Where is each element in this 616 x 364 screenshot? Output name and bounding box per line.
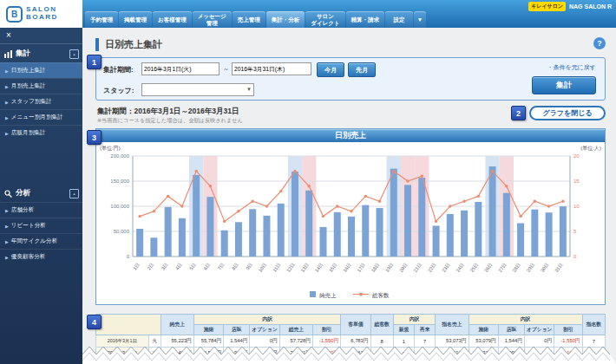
svg-text:27日: 27日 bbox=[497, 262, 508, 274]
table-cell: 53,079円 bbox=[469, 335, 498, 348]
sidebar-item-label: 優良顧客分析 bbox=[11, 253, 46, 261]
annotation-badge-1: 1 bbox=[87, 55, 102, 69]
logo-line2: BOARD bbox=[26, 14, 58, 22]
table-cell: 9 bbox=[370, 348, 393, 360]
close-graph-button[interactable]: グラフを閉じる bbox=[529, 106, 606, 120]
help-icon[interactable]: ? bbox=[593, 37, 606, 49]
nav-tab-3[interactable]: お客様管理 bbox=[153, 11, 192, 28]
svg-text:(単位:円): (単位:円) bbox=[100, 145, 121, 151]
svg-text:13日: 13日 bbox=[299, 262, 310, 274]
sidebar-item[interactable]: ▶日別売上集計 bbox=[0, 62, 82, 78]
arrow-right-icon: ▶ bbox=[5, 131, 9, 136]
section-title: 分析 bbox=[16, 188, 30, 198]
table-cell: 0円 bbox=[250, 335, 279, 348]
app-logo[interactable]: B SALON BOARD bbox=[0, 0, 82, 28]
nav-tabs: 予約管理掲載管理お客様管理メッセージ 管理売上管理集計・分析サロン ダイレクト精… bbox=[85, 11, 426, 28]
nav-tab-4[interactable]: メッセージ 管理 bbox=[193, 11, 232, 28]
table-subheader: 施術 bbox=[193, 325, 223, 335]
svg-text:25日: 25日 bbox=[469, 262, 480, 274]
top-header: キレイサロン NAG SALON R 予約管理掲載管理お客様管理メッセージ 管理… bbox=[82, 0, 616, 28]
staff-select[interactable]: ▼ bbox=[141, 83, 254, 96]
table-cell: 7 bbox=[415, 335, 436, 348]
sidebar-item[interactable]: ▶月別売上集計 bbox=[0, 78, 82, 94]
section-title: 集計 bbox=[16, 49, 30, 59]
sidebar-item-label: スタッフ別集計 bbox=[11, 98, 52, 106]
date-to-input[interactable] bbox=[232, 62, 311, 75]
nav-tab-9[interactable]: 設定 bbox=[385, 11, 413, 28]
svg-text:100,000: 100,000 bbox=[110, 204, 129, 209]
this-month-button[interactable]: 今月 bbox=[317, 62, 344, 77]
daily-sales-table-wrap: 純売上内訳客単価総客数内訳指名売上内訳指名数施術店販オプション総売上割引新規再来… bbox=[95, 314, 606, 360]
nav-tab-2[interactable]: 掲載管理 bbox=[119, 11, 152, 28]
sidebar-item-label: 店販月別集計 bbox=[11, 129, 46, 137]
period-summary-text: 集計期間：2016年3月1日～2016年3月31日 bbox=[97, 107, 239, 117]
last-month-button[interactable]: 先月 bbox=[348, 62, 376, 77]
title-accent bbox=[95, 38, 99, 51]
arrow-right-icon: ▶ bbox=[5, 68, 9, 74]
nav-tab-1[interactable]: 予約管理 bbox=[85, 11, 118, 28]
svg-text:21日: 21日 bbox=[413, 262, 423, 274]
salon-name: NAG SALON R bbox=[569, 3, 612, 10]
sidebar-item[interactable]: ▶優良顧客分析 bbox=[0, 249, 82, 264]
nav-tab-7[interactable]: サロン ダイレクト bbox=[305, 11, 344, 28]
expand-icon[interactable]: ▲ bbox=[69, 49, 79, 59]
sidebar-item[interactable]: ▶スタッフ別集計 bbox=[0, 94, 82, 109]
table-cell: 7 bbox=[582, 335, 605, 348]
sidebar-close-icon[interactable]: × bbox=[0, 28, 82, 44]
table-row: 2016年3月1日火55,223円55,784円1,544円0円57,728円-… bbox=[96, 335, 606, 348]
table-cell: 1,544円 bbox=[498, 335, 524, 348]
nav-tab-5[interactable]: 売上管理 bbox=[233, 11, 265, 28]
sidebar: × 集計▲▶日別売上集計▶月別売上集計▶スタッフ別集計▶メニュー別月別集計▶店販… bbox=[0, 28, 82, 364]
annotation-badge-3: 3 bbox=[87, 130, 102, 145]
svg-text:28日: 28日 bbox=[511, 262, 521, 274]
table-cell: 6,783円 bbox=[341, 335, 370, 348]
svg-text:6日: 6日 bbox=[202, 262, 212, 271]
nav-tab-8[interactable]: 精算・請求 bbox=[346, 11, 385, 28]
table-cell: 1 bbox=[393, 335, 414, 348]
svg-text:0: 0 bbox=[573, 254, 577, 259]
table-header: 指名数 bbox=[582, 315, 605, 335]
svg-text:18日: 18日 bbox=[370, 262, 381, 274]
aggregate-button[interactable]: 集計 bbox=[532, 76, 596, 94]
date-from-input[interactable] bbox=[141, 62, 220, 75]
annotation-badge-4: 4 bbox=[87, 315, 102, 329]
table-subheader: 再来 bbox=[415, 325, 436, 335]
sidebar-item[interactable]: ▶店販月別集計 bbox=[0, 125, 82, 140]
daily-sales-table: 純売上内訳客単価総客数内訳指名売上内訳指名数施術店販オプション総売上割引新規再来… bbox=[95, 314, 606, 360]
svg-text:7日: 7日 bbox=[217, 262, 226, 271]
nav-tab-10[interactable]: ▼ bbox=[414, 11, 426, 28]
expand-icon[interactable]: ▲ bbox=[69, 189, 79, 198]
svg-text:31日: 31日 bbox=[554, 262, 564, 274]
daily-sales-chart-panel: 日別売上 050,000100,000150,000200,0000510152… bbox=[95, 128, 606, 305]
table-subheader: オプション bbox=[525, 325, 554, 335]
svg-text:14日: 14日 bbox=[314, 262, 324, 274]
sidebar-item[interactable]: ▶年間サイクル分析 bbox=[0, 233, 82, 249]
table-header: 総客数 bbox=[370, 315, 393, 335]
table-cell: 55,223円 bbox=[161, 335, 193, 348]
table-row: 2016年3月2日水37,451円36,553円1,998円0円38,551円-… bbox=[96, 348, 606, 360]
arrow-right-icon: ▶ bbox=[5, 239, 9, 244]
table-header: 内訳 bbox=[469, 315, 582, 325]
svg-text:総客数: 総客数 bbox=[371, 292, 390, 299]
sidebar-item[interactable]: ▶リピート分析 bbox=[0, 218, 82, 233]
sidebar-item[interactable]: ▶店舗分析 bbox=[0, 202, 82, 218]
tilde: ～ bbox=[223, 65, 229, 74]
svg-text:30日: 30日 bbox=[540, 262, 550, 274]
table-subheader: オプション bbox=[250, 325, 279, 335]
table-subheader: 新規 bbox=[393, 325, 414, 335]
svg-text:純売上: 純売上 bbox=[319, 292, 337, 299]
magnifier-icon bbox=[4, 190, 12, 198]
table-cell: -1,550円 bbox=[313, 335, 341, 348]
table-cell: 1,544円 bbox=[224, 335, 250, 348]
table-header: 客単価 bbox=[341, 315, 370, 335]
sidebar-item-label: メニュー別月別集計 bbox=[11, 114, 63, 121]
table-cell: 36,553円 bbox=[193, 348, 223, 360]
table-header bbox=[96, 315, 161, 335]
logo-text: SALON BOARD bbox=[26, 6, 58, 22]
reset-conditions-link[interactable]: ・条件を元に戻す bbox=[547, 63, 597, 72]
table-cell: 38,551円 bbox=[279, 348, 312, 360]
sidebar-item[interactable]: ▶メニュー別月別集計 bbox=[0, 109, 82, 125]
svg-text:20: 20 bbox=[573, 153, 580, 159]
arrow-right-icon: ▶ bbox=[5, 255, 9, 260]
nav-tab-6[interactable]: 集計・分析 bbox=[266, 11, 305, 28]
